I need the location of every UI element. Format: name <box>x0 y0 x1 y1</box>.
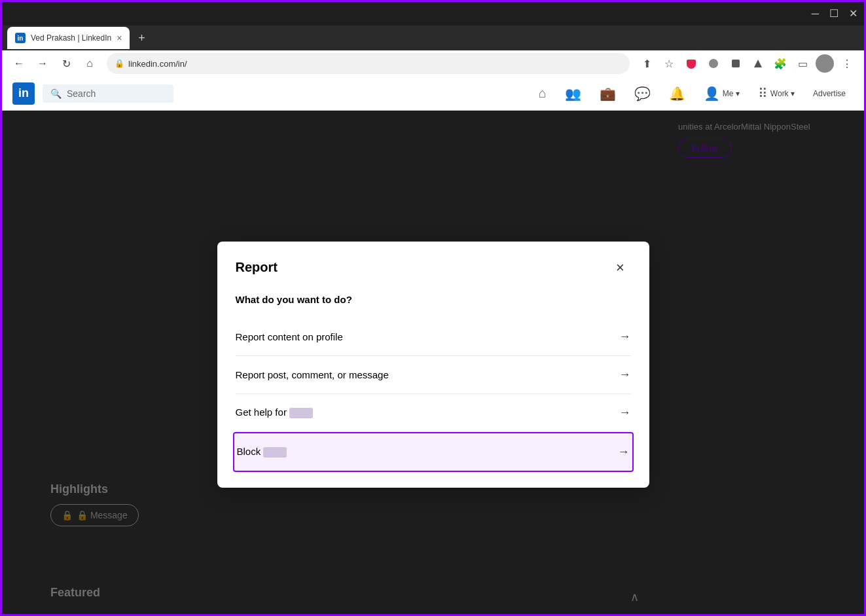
nav-messaging[interactable]: 💬 <box>626 77 659 111</box>
modal-close-button[interactable]: × <box>610 257 631 278</box>
messaging-icon: 💬 <box>634 86 651 101</box>
nav-home[interactable]: ⌂ <box>531 77 554 111</box>
tab-favicon: in <box>15 33 26 43</box>
block-label: Block <box>237 446 287 458</box>
advertise-label: Advertise <box>813 89 846 98</box>
nav-buttons: ← → ↻ ⌂ <box>10 54 99 73</box>
work-icon: ⠿ <box>758 86 768 101</box>
me-label: Me ▾ <box>723 89 740 98</box>
active-tab[interactable]: in Ved Prakash | LinkedIn × <box>7 27 130 49</box>
report-post-label: Report post, comment, or message <box>236 369 389 380</box>
url-box[interactable]: 🔒 linkedin.com/in/ <box>107 53 630 74</box>
me-icon: 👤 <box>704 86 720 101</box>
page-background: unities at ArcelorMittal NipponSteel Fol… <box>2 111 864 616</box>
home-icon: ⌂ <box>539 86 547 101</box>
new-tab-button[interactable]: + <box>132 29 151 47</box>
bookmark-button[interactable]: ☆ <box>660 54 678 73</box>
title-bar: ─ ☐ ✕ <box>2 2 864 26</box>
extensions-button[interactable]: 🧩 <box>771 54 789 73</box>
linkedin-navbar: in 🔍 Search ⌂ 👥 💼 💬 🔔 👤 Me ▾ ⠿ Work ▾ <box>2 77 864 111</box>
linkedin-logo[interactable]: in <box>12 82 35 105</box>
nav-network[interactable]: 👥 <box>557 77 589 111</box>
pocket-button[interactable] <box>682 54 700 73</box>
window-controls[interactable]: ─ ☐ ✕ <box>812 9 857 19</box>
browser-actions: ⬆ ☆ 🧩 ▭ ⋮ <box>638 54 856 73</box>
linkedin-search[interactable]: 🔍 Search <box>43 84 173 103</box>
minimize-button[interactable]: ─ <box>812 9 819 19</box>
close-window-button[interactable]: ✕ <box>849 9 857 19</box>
arrow-icon-1: → <box>619 330 631 344</box>
work-label: Work ▾ <box>770 89 795 98</box>
nav-jobs[interactable]: 💼 <box>592 77 624 111</box>
back-button[interactable]: ← <box>10 54 28 73</box>
tab-close-button[interactable]: × <box>117 33 122 43</box>
network-icon: 👥 <box>565 86 581 101</box>
report-content-label: Report content on profile <box>236 331 343 342</box>
url-text: linkedin.com/in/ <box>128 59 622 69</box>
tab-title: Ved Prakash | LinkedIn <box>31 33 111 43</box>
maximize-button[interactable]: ☐ <box>829 9 839 19</box>
extension-btn-1[interactable] <box>704 54 723 73</box>
jobs-icon: 💼 <box>600 86 616 101</box>
menu-button[interactable]: ⋮ <box>838 54 856 73</box>
arrow-icon-4: → <box>618 445 630 459</box>
report-post-option[interactable]: Report post, comment, or message → <box>236 356 631 394</box>
redacted-name-2 <box>263 447 287 458</box>
forward-button[interactable]: → <box>33 54 52 73</box>
block-option[interactable]: Block → <box>233 432 634 472</box>
profile-button[interactable] <box>816 54 834 73</box>
address-bar: ← → ↻ ⌂ 🔒 linkedin.com/in/ ⬆ ☆ 🧩 ▭ ⋮ <box>2 50 864 77</box>
svg-rect-1 <box>732 60 740 67</box>
nav-items: ⌂ 👥 💼 💬 🔔 👤 Me ▾ ⠿ Work ▾ Advertise <box>531 77 854 111</box>
nav-me[interactable]: 👤 Me ▾ <box>696 77 748 111</box>
svg-point-0 <box>709 59 718 68</box>
modal-overlay: Report × What do you want to do? Report … <box>2 111 864 616</box>
nav-work[interactable]: ⠿ Work ▾ <box>750 77 803 111</box>
extension-btn-2[interactable] <box>727 54 745 73</box>
get-help-label: Get help for <box>236 407 313 418</box>
modal-header: Report × <box>236 257 631 278</box>
extension-btn-3[interactable] <box>749 54 767 73</box>
notifications-icon: 🔔 <box>669 86 685 101</box>
nav-notifications[interactable]: 🔔 <box>661 77 693 111</box>
tab-bar: in Ved Prakash | LinkedIn × + <box>2 26 864 50</box>
sidebar-button[interactable]: ▭ <box>793 54 812 73</box>
report-content-option[interactable]: Report content on profile → <box>236 318 631 356</box>
reload-button[interactable]: ↻ <box>57 54 75 73</box>
modal-title: Report <box>236 260 278 275</box>
search-placeholder: Search <box>67 88 96 99</box>
lock-icon: 🔒 <box>115 59 124 68</box>
share-button[interactable]: ⬆ <box>638 54 656 73</box>
search-icon: 🔍 <box>50 88 62 99</box>
svg-marker-2 <box>754 60 762 67</box>
redacted-name-1 <box>289 408 313 418</box>
nav-advertise[interactable]: Advertise <box>805 77 854 111</box>
arrow-icon-2: → <box>619 368 631 382</box>
modal-question: What do you want to do? <box>236 294 631 305</box>
home-button[interactable]: ⌂ <box>81 54 99 73</box>
arrow-icon-3: → <box>619 406 631 420</box>
report-modal: Report × What do you want to do? Report … <box>217 242 649 488</box>
get-help-option[interactable]: Get help for → <box>236 394 631 432</box>
